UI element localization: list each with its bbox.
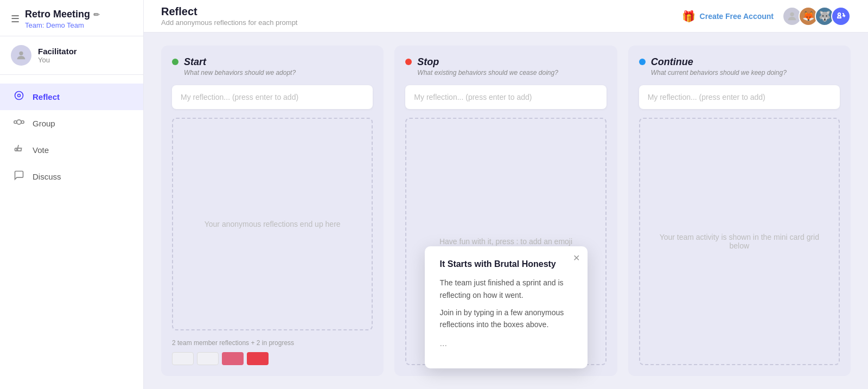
- continue-reflection-input[interactable]: [639, 85, 840, 109]
- column-stop-header: Stop What existing behaviors should we c…: [405, 56, 606, 76]
- group-icon: [13, 117, 25, 130]
- vote-label: Vote: [33, 145, 49, 155]
- start-reflection-input[interactable]: [172, 85, 373, 109]
- discuss-label: Discuss: [33, 172, 61, 181]
- group-label: Group: [33, 119, 55, 128]
- svg-point-0: [19, 52, 23, 55]
- column-stop-title: Stop: [417, 56, 558, 68]
- reflect-label: Reflect: [33, 92, 60, 101]
- stop-reflection-input[interactable]: [405, 85, 606, 109]
- column-start-footer: 2 team member reflections + 2 in progres…: [172, 339, 373, 365]
- column-continue-title-block: Continue What current behaviors should w…: [651, 56, 787, 76]
- stop-dot: [405, 59, 412, 65]
- start-dot: [172, 59, 178, 65]
- continue-placeholder-box: Your team activity is shown in the mini …: [639, 118, 840, 365]
- discuss-icon: [13, 170, 25, 183]
- svg-point-5: [21, 121, 24, 124]
- add-user-button[interactable]: [831, 7, 851, 26]
- sidebar-nav: Reflect Group Vote: [0, 75, 143, 199]
- popup-paragraph-3: ...: [440, 336, 572, 350]
- main-content: Reflect Add anonymous reflections for ea…: [144, 0, 868, 389]
- menu-icon[interactable]: ☰: [11, 13, 20, 25]
- sidebar-team-label: Team: Demo Team: [25, 21, 100, 29]
- avatar: [11, 45, 31, 66]
- sidebar-item-reflect[interactable]: Reflect: [0, 84, 143, 110]
- svg-point-2: [18, 94, 21, 97]
- sidebar-title: Retro Meeting ✏: [25, 9, 100, 20]
- column-stop-subtitle: What existing behaviors should we cease …: [417, 69, 558, 76]
- topbar: Reflect Add anonymous reflections for ea…: [144, 0, 868, 33]
- mini-card-4: [247, 352, 269, 365]
- start-placeholder-box: Your anonymous reflections end up here: [172, 118, 373, 330]
- user-info: Facilitator You: [38, 47, 77, 64]
- gift-icon: 🎁: [682, 10, 695, 23]
- mini-cards-row: [172, 352, 373, 365]
- popup-paragraph-1: The team just finished a sprint and is r…: [440, 277, 572, 301]
- topbar-right: 🎁 Create Free Account 🦊 🐺: [682, 7, 851, 26]
- topbar-left: Reflect Add anonymous reflections for ea…: [161, 5, 297, 27]
- sidebar-item-group[interactable]: Group: [0, 110, 143, 137]
- column-start-title-block: Start What new behaviors should we adopt…: [184, 56, 296, 76]
- column-start-header: Start What new behaviors should we adopt…: [172, 56, 373, 76]
- column-continue-header: Continue What current behaviors should w…: [639, 56, 840, 76]
- column-start-title: Start: [184, 56, 296, 68]
- svg-point-7: [838, 13, 841, 16]
- team-reflections-label: 2 team member reflections + 2 in progres…: [172, 339, 373, 347]
- svg-point-3: [17, 120, 21, 124]
- column-stop-title-block: Stop What existing behaviors should we c…: [417, 56, 558, 76]
- mini-card-3: [222, 352, 244, 365]
- sidebar-user: Facilitator You: [0, 36, 143, 75]
- start-placeholder-text: Your anonymous reflections end up here: [205, 220, 341, 228]
- popup-title: It Starts with Brutal Honesty: [440, 259, 572, 269]
- vote-icon: [13, 143, 25, 157]
- column-continue-subtitle: What current behaviors should we keep do…: [651, 69, 787, 76]
- page-title: Reflect: [161, 5, 297, 18]
- create-account-button[interactable]: 🎁 Create Free Account: [682, 10, 774, 23]
- board: Start What new behaviors should we adopt…: [144, 33, 868, 389]
- stop-placeholder-text: Have fun with it, press : to add an emoj…: [439, 237, 572, 246]
- sidebar-item-vote[interactable]: Vote: [0, 137, 143, 163]
- user-name: Facilitator: [38, 47, 77, 56]
- edit-title-icon[interactable]: ✏: [93, 10, 100, 19]
- create-account-label: Create Free Account: [700, 12, 774, 21]
- sidebar-item-discuss[interactable]: Discuss: [0, 163, 143, 190]
- column-continue: Continue What current behaviors should w…: [628, 46, 851, 376]
- svg-point-1: [15, 92, 23, 100]
- mini-card-1: [172, 352, 194, 365]
- avatar-row: 🦊 🐺: [782, 7, 851, 26]
- column-start-subtitle: What new behaviors should we adopt?: [184, 69, 296, 76]
- popup-overlay: ✕ It Starts with Brutal Honesty The team…: [425, 246, 588, 368]
- mini-card-2: [197, 352, 219, 365]
- popup-paragraph-2: Join in by typing in a few anonymous ref…: [440, 307, 572, 331]
- popup-body: The team just finished a sprint and is r…: [440, 277, 572, 350]
- user-role: You: [38, 56, 77, 64]
- page-subtitle: Add anonymous reflections for each promp…: [161, 18, 297, 27]
- popup-close-button[interactable]: ✕: [573, 253, 580, 263]
- sidebar-title-block: Retro Meeting ✏ Team: Demo Team: [25, 9, 100, 29]
- continue-placeholder-text: Your team activity is shown in the mini …: [653, 233, 826, 250]
- svg-point-4: [14, 121, 17, 124]
- sidebar-header: ☰ Retro Meeting ✏ Team: Demo Team: [0, 0, 143, 36]
- column-continue-title: Continue: [651, 56, 787, 68]
- sidebar: ☰ Retro Meeting ✏ Team: Demo Team Facili…: [0, 0, 144, 389]
- popup: ✕ It Starts with Brutal Honesty The team…: [425, 246, 588, 368]
- reflect-icon: [13, 90, 25, 104]
- svg-point-6: [790, 12, 794, 16]
- column-start: Start What new behaviors should we adopt…: [161, 46, 384, 376]
- app-title: Retro Meeting: [25, 9, 90, 20]
- continue-dot: [639, 59, 646, 65]
